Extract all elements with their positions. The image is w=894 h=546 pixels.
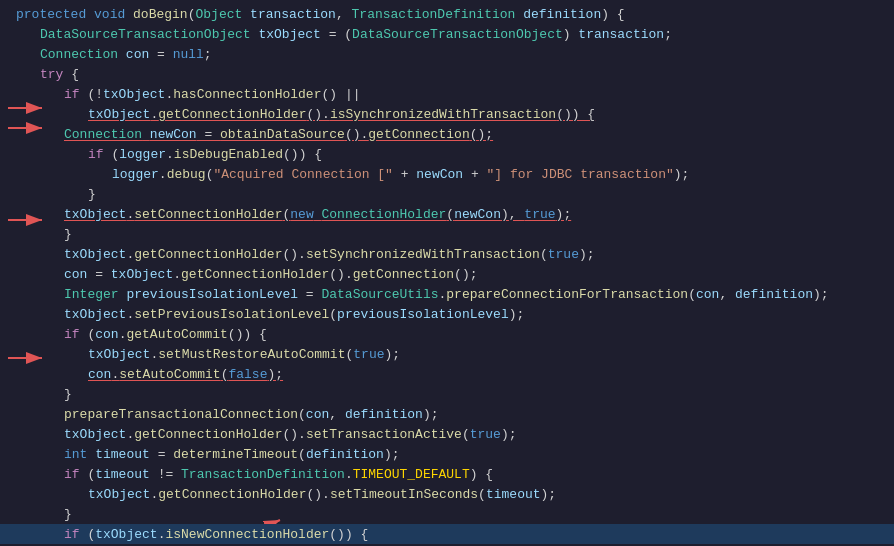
token-kw: protected (16, 7, 86, 22)
token-type: DataSourceUtils (321, 287, 438, 302)
token-method: obtainDataSource (220, 127, 345, 142)
token-plain: , (719, 287, 735, 302)
code-text: } (64, 507, 72, 522)
token-method: setPreviousIsolationLevel (134, 307, 329, 322)
code-viewer: protected void doBegin(Object transactio… (0, 0, 894, 546)
token-method: setConnectionHolder (134, 207, 282, 222)
code-line: } (0, 224, 894, 244)
token-method: getConnectionHolder (134, 427, 282, 442)
token-plain: = (197, 127, 220, 142)
token-plain: ()) { (283, 147, 322, 162)
token-param: con (95, 327, 118, 342)
token-plain: ); (385, 347, 401, 362)
token-kw: void (94, 7, 125, 22)
token-plain: (). (282, 427, 305, 442)
token-kw2: try (40, 67, 63, 82)
token-method: isNewConnectionHolder (165, 527, 329, 542)
token-type: Integer (64, 287, 119, 302)
token-plain: = (298, 287, 321, 302)
token-bool: true (353, 347, 384, 362)
code-text: txObject.getConnectionHolder().isSynchro… (88, 107, 595, 122)
token-method: prepareTransactionalConnection (64, 407, 298, 422)
token-plain: = (149, 47, 172, 62)
token-type: TransactionDefinition (352, 7, 516, 22)
code-line: txObject.setMustRestoreAutoCommit(true); (0, 344, 894, 364)
code-text: if (!txObject.hasConnectionHolder() || (64, 87, 361, 102)
code-line: txObject.getConnectionHolder().setTimeou… (0, 484, 894, 504)
token-plain: . (166, 147, 174, 162)
code-text: prepareTransactionalConnection(con, defi… (64, 407, 439, 422)
token-param: txObject (64, 307, 126, 322)
code-text: Connection con = null; (40, 47, 212, 62)
code-line: if (txObject.isNewConnectionHolder()) { (0, 524, 894, 544)
token-kw2: if (64, 87, 80, 102)
code-text: if (logger.isDebugEnabled()) { (88, 147, 322, 162)
code-line: txObject.setPreviousIsolationLevel(previ… (0, 304, 894, 324)
token-plain: } (88, 187, 96, 202)
token-plain: ); (384, 447, 400, 462)
code-line: prepareTransactionalConnection(con, defi… (0, 404, 894, 424)
token-plain (314, 207, 322, 222)
code-line: con = txObject.getConnectionHolder().get… (0, 264, 894, 284)
code-line: if (!txObject.hasConnectionHolder() || (0, 84, 894, 104)
code-line: protected void doBegin(Object transactio… (0, 4, 894, 24)
token-param: definition (523, 7, 601, 22)
token-kw2: if (64, 327, 80, 342)
token-plain: ); (813, 287, 829, 302)
token-method: getConnectionHolder (158, 487, 306, 502)
token-method: getConnection (368, 127, 469, 142)
token-plain: ; (664, 27, 672, 42)
token-str: "] for JDBC transaction" (487, 167, 674, 182)
token-method: setMustRestoreAutoCommit (158, 347, 345, 362)
code-text: if (timeout != TransactionDefinition.TIM… (64, 467, 493, 482)
token-method: setTimeoutInSeconds (330, 487, 478, 502)
token-bool: true (548, 247, 579, 262)
code-text: con = txObject.getConnectionHolder().get… (64, 267, 478, 282)
token-plain (125, 7, 133, 22)
token-plain: (); (454, 267, 477, 282)
token-plain: (); (470, 127, 493, 142)
token-plain: (). (329, 267, 352, 282)
token-param: definition (306, 447, 384, 462)
token-plain: } (64, 387, 72, 402)
token-plain: ()) { (228, 327, 267, 342)
token-plain: ( (329, 307, 337, 322)
token-plain: . (159, 167, 167, 182)
token-plain: ( (80, 467, 96, 482)
token-param: txObject (64, 247, 126, 262)
token-param: txObject (88, 487, 150, 502)
token-plain: } (64, 507, 72, 522)
token-plain: ( (80, 527, 96, 542)
token-annotation: TIMEOUT_DEFAULT (353, 467, 470, 482)
token-method: isDebugEnabled (174, 147, 283, 162)
token-plain: + (463, 167, 486, 182)
code-text: try { (40, 67, 79, 82)
token-plain: ()) { (556, 107, 595, 122)
token-plain: ( (104, 147, 120, 162)
token-type: DataSourceTransactionObject (40, 27, 251, 42)
code-line: Connection newCon = obtainDataSource().g… (0, 124, 894, 144)
token-param: timeout (486, 487, 541, 502)
token-method: getConnection (353, 267, 454, 282)
token-method: setSynchronizedWithTransaction (306, 247, 540, 262)
token-method: getConnectionHolder (134, 247, 282, 262)
token-plain: ( (80, 327, 96, 342)
code-lines: protected void doBegin(Object transactio… (0, 4, 894, 546)
code-text: txObject.getConnectionHolder().setTransa… (64, 427, 517, 442)
token-type: ConnectionHolder (322, 207, 447, 222)
token-method: debug (167, 167, 206, 182)
token-plain: ( (446, 207, 454, 222)
code-text: if (con.getAutoCommit()) { (64, 327, 267, 342)
token-plain: . (345, 467, 353, 482)
token-method: isSynchronizedWithTransaction (330, 107, 556, 122)
token-plain: { (63, 67, 79, 82)
token-plain: != (150, 467, 181, 482)
token-plain: () || (321, 87, 360, 102)
token-plain: ), (501, 207, 524, 222)
code-text: txObject.setPreviousIsolationLevel(previ… (64, 307, 524, 322)
code-text: int timeout = determineTimeout(definitio… (64, 447, 400, 462)
token-plain: ); (541, 487, 557, 502)
code-text: txObject.setMustRestoreAutoCommit(true); (88, 347, 400, 362)
code-text: txObject.getConnectionHolder().setTimeou… (88, 487, 556, 502)
token-bool: false (228, 367, 267, 382)
